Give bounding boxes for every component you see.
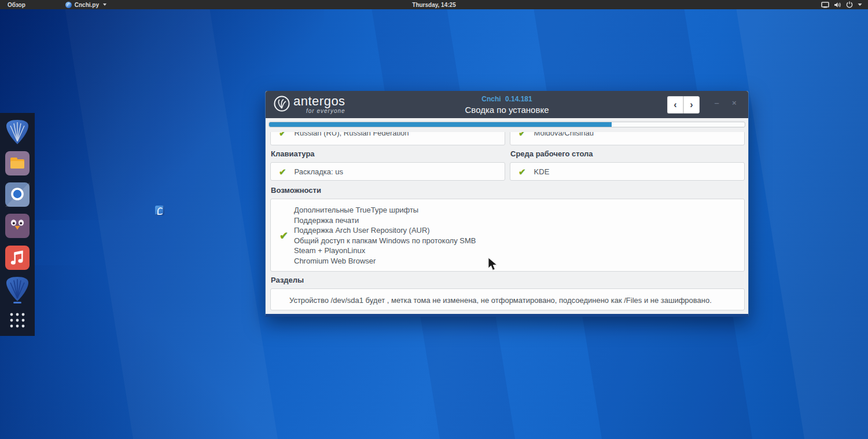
wizard-nav: ‹ › — [667, 96, 700, 114]
app-version-title: Cnchi 0.14.181 — [465, 95, 549, 103]
brand-name: antergos — [293, 95, 345, 108]
screenshot-tool-icon[interactable] — [5, 182, 30, 208]
dock — [0, 113, 35, 336]
check-icon: ✔ — [518, 132, 526, 137]
feature-item: Дополнительные TrueType шрифты — [294, 205, 476, 215]
back-button[interactable]: ‹ — [667, 96, 683, 114]
check-icon: ✔ — [279, 132, 286, 137]
cnchi-window: antergos for everyone Cnchi 0.14.181 Сво… — [265, 91, 749, 317]
desktop-env-summary-box: ✔ KDE — [510, 162, 745, 181]
feature-item: Chromium Web Browser — [294, 256, 476, 266]
status-area[interactable] — [821, 0, 862, 9]
desktop-shortcut-icon[interactable] — [155, 206, 164, 215]
keyboard-heading: Клавиатура — [271, 149, 315, 158]
timezone-value: Moldova/Chisinau — [534, 132, 594, 137]
page-title: Сводка по установке — [465, 105, 549, 115]
language-value: Russian (RU), Russian Federation — [295, 132, 409, 137]
desktop-env-heading: Среда рабочего стола — [510, 149, 593, 158]
show-applications-button[interactable] — [8, 310, 27, 330]
music-player-icon[interactable] — [5, 245, 30, 272]
progress-fill — [269, 122, 612, 127]
features-summary-box: ✔ Дополнительные TrueType шрифты Поддерж… — [270, 199, 745, 272]
volume-icon — [834, 2, 841, 8]
check-icon: ✔ — [518, 167, 526, 176]
check-icon: ✔ — [279, 231, 288, 241]
antergos-logo: antergos for everyone — [273, 95, 345, 114]
chevron-down-icon — [103, 3, 106, 6]
language-summary-box: ✔ Russian (RU), Russian Federation — [270, 132, 505, 145]
partition-description: Устройство /dev/sda1 будет , метка тома … — [289, 296, 712, 305]
display-icon — [821, 2, 829, 8]
file-manager-icon[interactable] — [5, 151, 30, 177]
feature-item: Общий доступ к папкам Windows по протоко… — [294, 236, 476, 246]
close-button[interactable]: × — [732, 98, 737, 107]
chevron-down-icon — [858, 3, 862, 6]
scrolled-summary-row: ✔ Russian (RU), Russian Federation ✔ Mol… — [270, 132, 745, 146]
cnchi-app-icon — [65, 2, 72, 8]
feature-item: Steam + PlayonLinux — [294, 246, 476, 256]
window-titles: Cnchi 0.14.181 Сводка по установке — [465, 95, 549, 115]
minimize-button[interactable]: ‒ — [715, 98, 719, 107]
feature-item: Поддержка печати — [294, 215, 476, 226]
game-app-icon[interactable] — [5, 213, 30, 240]
forward-button[interactable]: › — [683, 96, 700, 114]
top-bar: Обзор Cnchi.py Thursday, 14:25 — [0, 0, 868, 9]
power-icon — [846, 1, 853, 8]
desktop-env-value: KDE — [534, 167, 550, 176]
keyboard-summary-box: ✔ Раскладка: us — [270, 162, 505, 181]
clock[interactable]: Thursday, 14:25 — [412, 0, 455, 9]
app-menu-label: Cnchi.py — [75, 2, 99, 8]
cnchi-installer-icon[interactable] — [5, 276, 30, 302]
partitions-heading: Разделы — [271, 276, 304, 284]
timezone-summary-box: ✔ Moldova/Chisinau — [510, 132, 745, 145]
keyboard-value: Раскладка: us — [295, 167, 343, 176]
activities-button[interactable]: Обзор — [0, 0, 33, 9]
check-icon: ✔ — [279, 167, 286, 176]
running-app-indicator — [13, 302, 21, 303]
antergos-logo-icon — [273, 95, 290, 112]
window-header: antergos for everyone Cnchi 0.14.181 Сво… — [266, 91, 748, 118]
features-heading: Возможности — [271, 186, 321, 195]
mouse-cursor — [488, 257, 498, 272]
app-menu-button[interactable]: Cnchi.py — [60, 0, 112, 9]
antergos-app-icon[interactable] — [5, 119, 30, 145]
feature-item: Поддержка Arch User Repository (AUR) — [294, 225, 476, 236]
wallpaper-shade — [0, 265, 278, 439]
brand-tagline: for everyone — [293, 108, 345, 114]
features-list: Дополнительные TrueType шрифты Поддержка… — [294, 205, 476, 266]
install-progress-bar — [269, 122, 745, 127]
partitions-summary-box: Устройство /dev/sda1 будет , метка тома … — [270, 288, 745, 310]
